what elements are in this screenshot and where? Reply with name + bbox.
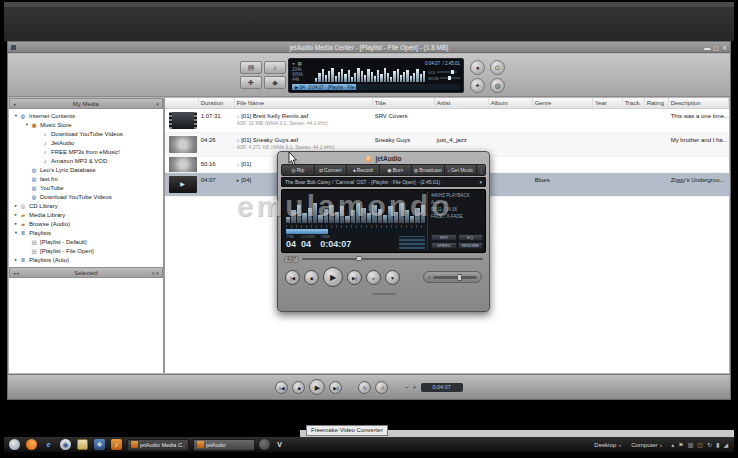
minimize-icon[interactable]: ▬ bbox=[704, 45, 710, 51]
player-skip-button[interactable]: » bbox=[366, 270, 381, 285]
desktop-toolbar[interactable]: Desktop» bbox=[594, 442, 621, 448]
tree-item-leo-s-lyric-database[interactable]: ◍Leo's Lyric Database bbox=[9, 165, 163, 174]
player-next-button[interactable]: ▶| bbox=[347, 270, 362, 285]
player-volume-control[interactable]: ♪ bbox=[423, 271, 482, 283]
media-button[interactable]: ▤ bbox=[240, 61, 262, 74]
broadcast-button[interactable]: ◍Broadcast bbox=[412, 165, 445, 175]
column-header-artist[interactable]: Artist bbox=[435, 98, 489, 108]
player-minimize-button[interactable]: ▼ bbox=[385, 270, 400, 285]
tools-button[interactable]: ✚ bbox=[240, 76, 262, 89]
stop-button[interactable]: ■ bbox=[292, 381, 305, 394]
start-icon[interactable] bbox=[9, 439, 20, 450]
folder-icon[interactable] bbox=[77, 439, 88, 450]
forward-icon[interactable]: ▾ bbox=[156, 99, 159, 109]
list-header-row[interactable]: DurationFile NameTitleArtistAlbumGenreYe… bbox=[165, 98, 729, 109]
tree-item-playlists[interactable]: ▾≣Playlists bbox=[9, 228, 163, 237]
selected-left-icon[interactable]: ◂ ▸ bbox=[13, 268, 19, 278]
get-music-button[interactable]: ♪Get Music bbox=[445, 165, 478, 175]
tree-item-internet-contents[interactable]: ▾◍Internet Contents bbox=[9, 111, 163, 120]
network-icon[interactable]: ▥ bbox=[688, 441, 694, 448]
selected-header[interactable]: ◂ ▸ Selected ≡ ▾ bbox=[9, 267, 163, 278]
firefox-icon[interactable] bbox=[26, 439, 37, 450]
hidden-icons-icon[interactable]: ▴ bbox=[671, 441, 674, 448]
playlist-selector[interactable]: The Bear Bob Carey / 'Carnival' OST - [P… bbox=[281, 177, 486, 187]
player-resize-grip[interactable] bbox=[281, 292, 486, 296]
eq-button[interactable]: EQ bbox=[458, 234, 484, 241]
tree-item-download-youtube-videos[interactable]: ◍Download YouTube Videos bbox=[9, 192, 163, 201]
column-header-description[interactable]: Description bbox=[669, 98, 729, 108]
player-stop-button[interactable]: ■ bbox=[304, 270, 319, 285]
remote-desktop-icon[interactable]: ❖ bbox=[94, 439, 105, 450]
v-logo-icon[interactable]: V bbox=[274, 439, 285, 450]
repeat-button[interactable]: ↻ bbox=[358, 381, 371, 394]
tree-item-playlists-auto[interactable]: ▸≣Playlists (Auto) bbox=[9, 255, 163, 264]
battery-icon[interactable]: ▮ bbox=[716, 441, 719, 448]
globe-icon[interactable] bbox=[259, 439, 270, 450]
column-header-year[interactable]: Year bbox=[593, 98, 623, 108]
internet-explorer-icon[interactable]: e bbox=[43, 439, 54, 450]
player-play-button[interactable]: ▶ bbox=[323, 267, 343, 287]
volume-slider[interactable] bbox=[437, 71, 457, 73]
effects-button[interactable]: ♪ bbox=[264, 61, 286, 74]
visual-round-button[interactable]: ✦ bbox=[470, 78, 485, 93]
tree-item-jetaudio[interactable]: ♪JetAudio bbox=[9, 138, 163, 147]
rip-button[interactable]: ◎Rip bbox=[282, 165, 315, 175]
column-header-rating[interactable]: Rating bbox=[645, 98, 669, 108]
taskbar-button-jetaudio[interactable]: jetAudio bbox=[193, 439, 255, 451]
record-round-button[interactable]: ● bbox=[470, 60, 485, 75]
sfx-button[interactable]: SFX bbox=[431, 234, 457, 241]
tree-item-browse-audio[interactable]: ▸▰Browse (Audio) bbox=[9, 219, 163, 228]
sync-icon[interactable]: ↻ bbox=[707, 441, 712, 448]
column-header-album[interactable]: Album bbox=[489, 98, 533, 108]
play-button[interactable]: ▶ bbox=[309, 379, 325, 395]
more-menu-icon[interactable]: ⋮ bbox=[477, 167, 485, 174]
burn-button[interactable]: ◉Burn bbox=[380, 165, 413, 175]
tree-item-download-youtube-videos[interactable]: ♪Download YouTube Videos bbox=[9, 129, 163, 138]
my-media-header[interactable]: ◂ My Media ▾ bbox=[9, 98, 163, 109]
maximize-icon[interactable]: ▢ bbox=[713, 45, 719, 51]
volume-minus-button[interactable]: − bbox=[404, 384, 408, 391]
column-header-title[interactable]: Title bbox=[373, 98, 435, 108]
tree-item-playlist-default[interactable]: ▤[Playlist - Default] bbox=[9, 237, 163, 246]
tree-item-music-store[interactable]: ▾▣Music Store bbox=[9, 120, 163, 129]
column-header-file-name[interactable]: File Name bbox=[235, 98, 373, 108]
speed-button[interactable]: SPEED bbox=[431, 242, 457, 249]
back-icon[interactable]: ◂ bbox=[13, 99, 16, 109]
mic-button[interactable]: ◆ bbox=[264, 76, 286, 89]
record-button[interactable]: ●Record bbox=[347, 165, 380, 175]
taskbar-button-jetaudio-media-c[interactable]: jetAudio Media C... bbox=[127, 439, 189, 451]
wow-slider[interactable] bbox=[440, 77, 460, 79]
flag-icon[interactable]: ⚑ bbox=[678, 441, 683, 448]
media-player-icon[interactable]: ◉ bbox=[60, 439, 71, 450]
next-button[interactable]: ▶| bbox=[329, 381, 342, 394]
title-bar[interactable]: jetAudio Media Center - [Playlist - File… bbox=[8, 42, 730, 53]
lcd-progress-bar[interactable]: ▶ 04 · 0:04:07 · [Playlist - File Open] bbox=[292, 84, 460, 90]
column-header-genre[interactable]: Genre bbox=[533, 98, 593, 108]
tree-item-youtube[interactable]: ◍YouTube bbox=[9, 183, 163, 192]
tree-item-amazon-mp3-vod[interactable]: ♪Amazon MP3 & VOD bbox=[9, 156, 163, 165]
volume-plus-button[interactable]: + bbox=[413, 384, 417, 391]
monitor-icon[interactable]: ◫ bbox=[697, 441, 703, 448]
eject-round-button[interactable]: ◍ bbox=[490, 78, 505, 93]
seek-slider[interactable] bbox=[302, 258, 483, 260]
table-row[interactable]: 1:07:31♪[01] Brett Kelly Remix.asfASF, 3… bbox=[165, 109, 729, 133]
tree-item-cd-library[interactable]: ▸◎CD Library bbox=[9, 201, 163, 210]
selected-right-icon[interactable]: ≡ ▾ bbox=[152, 268, 159, 278]
player-title-bar[interactable]: jetAudio bbox=[281, 153, 486, 164]
tree-item-playlist-file-open[interactable]: ▤[Playlist - File Open] bbox=[9, 246, 163, 255]
resume-button[interactable]: RESUME bbox=[458, 242, 484, 249]
close-icon[interactable]: ✕ bbox=[722, 45, 727, 51]
player-prev-button[interactable]: |◀ bbox=[285, 270, 300, 285]
column-header-track[interactable]: Track bbox=[623, 98, 645, 108]
column-header-duration[interactable]: Duration bbox=[199, 98, 235, 108]
jetaudio-icon[interactable]: ♪ bbox=[111, 439, 122, 450]
power-round-button[interactable]: ⊙ bbox=[490, 60, 505, 75]
tree-item-free-mp3s-from-emusic[interactable]: ♪FREE MP3s from eMusic! bbox=[9, 147, 163, 156]
player-volume-slider[interactable] bbox=[433, 276, 477, 279]
column-header-thumbnail[interactable] bbox=[165, 98, 199, 108]
player-progress-bar[interactable] bbox=[286, 229, 425, 234]
shuffle-button[interactable]: ⤨ bbox=[375, 381, 388, 394]
tree-item-last-fm[interactable]: ◍last.fm bbox=[9, 174, 163, 183]
volume-icon[interactable]: ◢ bbox=[723, 441, 728, 448]
convert-button[interactable]: ⇄Convert bbox=[315, 165, 348, 175]
